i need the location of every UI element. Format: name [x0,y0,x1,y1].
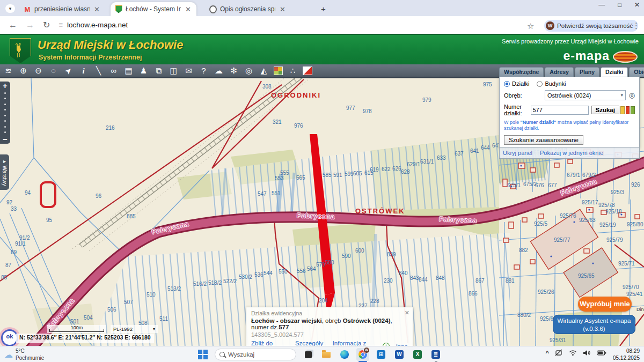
overlay-compare-icon[interactable] [303,67,312,75]
tab-close-icon[interactable]: ✕ [279,5,287,13]
zoom-in-button[interactable]: + [3,82,8,90]
radio-dzialki[interactable] [504,81,510,87]
mirror-icon[interactable]: ◭ [259,65,269,77]
muted-device-icon[interactable] [555,349,563,356]
panel-tab-1[interactable]: Współrzędne [499,67,544,77]
obreb-select[interactable]: Ostrówek (0024) ▾ [545,90,626,100]
layers-icon[interactable]: ≋ [3,65,13,77]
measure-icon[interactable]: ╲ [93,65,104,77]
site-title: Urząd Miejski w Łochowie [38,38,183,52]
url-text: lochow.e-mapa.net [67,21,128,29]
szukaj-button[interactable]: Szukaj [591,106,619,114]
search-icon[interactable]: ◎ [629,91,635,99]
tab-close-icon[interactable]: ✕ [184,5,192,13]
browser-tab-1[interactable]: M przeniesienie własności - walde ✕ [19,2,105,16]
search-panel: WspółrzędneAdresyPlanyDziałkiObiekty✕ Dz… [499,67,640,159]
window-close-button[interactable]: ✕ [634,1,640,9]
streetview-icon[interactable]: ♟ [138,65,149,77]
microsoft-store-icon[interactable]: ⊞ [375,348,387,361]
window-maximize-button[interactable]: □ [618,2,621,8]
identity-pill[interactable]: W Potwierdź swoją tożsamość [544,20,638,32]
wifi-icon[interactable] [569,350,577,356]
plan-info-link[interactable]: Informacja z planu [333,340,377,346]
popup-title: Działka ewidencyjna [251,310,408,316]
forward-icon[interactable]: → [26,20,34,30]
zoom-out-icon[interactable]: ⊖ [33,65,43,77]
message-icon[interactable]: ✉ [184,65,194,77]
link-icon[interactable]: ∞ [108,65,119,77]
parcel-number-input[interactable] [531,106,589,115]
word-icon[interactable]: W [393,348,406,361]
virtual-assistant-button[interactable]: Wirtualny Asystent e-mapa (v.0.3.6) [553,315,635,334]
weather-desc: Pochmurnie [16,355,44,361]
panel-tab-3[interactable]: Plany [575,67,599,77]
tab-search-icon[interactable]: ▾ [5,4,15,13]
url-bar[interactable]: ≡ lochow.e-mapa.net [58,19,423,32]
taskbar-search[interactable]: Wyszukaj [215,349,296,360]
excel-icon[interactable]: X [411,348,424,361]
help-icon[interactable]: ? [199,65,209,77]
volume-icon[interactable] [583,350,591,356]
radio-budynki[interactable] [537,81,543,87]
browser-menu-icon[interactable]: ⋮ [632,21,640,31]
zoom-to-object-link[interactable]: Zbliż do obiektu [251,340,289,346]
chrome-icon-active[interactable]: W [356,348,369,361]
select-area-icon[interactable]: ◌ [48,65,58,77]
share-icon[interactable]: ∴ [288,65,298,77]
zoom-out-button[interactable]: − [3,135,8,144]
color-chip-red[interactable] [626,106,630,114]
panel-tab-5[interactable]: Obiekty [629,67,644,77]
advanced-search-button[interactable]: Szukanie zaawansowane [504,135,583,145]
details-link[interactable]: Szczegóły (I) [295,340,326,346]
coordinates-readout: N: 52°33'38.6″ E: 21°44'51.2″ N: 525203 … [16,334,154,343]
edge-icon[interactable] [338,348,351,361]
copy-view-icon[interactable]: ⧉ [153,65,164,77]
settings-icon[interactable]: ✻ [229,65,239,77]
tray-date: 05.12.2025 [613,355,640,361]
file-explorer-icon[interactable] [320,348,333,361]
radio-dzialki-label: Działki [512,80,529,87]
clock[interactable]: 08:29 05.12.2025 [613,348,640,361]
obreb-label: Obręb: [504,92,543,99]
color-chip-green[interactable] [631,106,635,114]
weather-widget[interactable]: ☁ 5°C Pochmurnie [4,348,44,361]
start-button[interactable] [196,348,209,361]
tray-expand-icon[interactable]: ^ [546,350,549,356]
search-tool-icon[interactable]: ◎ [244,65,254,77]
hide-panel-link[interactable]: Ukryj panel [503,150,532,156]
parcel-info-popup: ✕ Działka ewidencyjna Łochów - obszar wi… [246,307,413,346]
new-tab-button[interactable]: + [321,4,326,13]
search-icon [219,352,225,357]
split-view-icon[interactable]: ◫ [169,65,179,77]
zoom-slider[interactable] [4,90,6,135]
info-icon[interactable]: i [78,65,89,77]
browser-tab-3[interactable]: Opis ogłoszenia sprzedaży ✕ [205,2,291,16]
pointer-icon[interactable]: ➤ [61,63,76,78]
cloud-icon[interactable]: ☁ [214,65,224,77]
popup-parcel-id: 143305_5.0024.577 [251,331,408,338]
emapa-logo[interactable]: e-mapa [563,49,610,63]
single-window-link[interactable]: Pokazuj w jednym oknie [540,150,603,156]
app-icon-blue[interactable]: ≣ [429,348,442,361]
popup-close-icon[interactable]: ✕ [405,309,409,316]
tab-close-icon[interactable]: ✕ [93,5,101,13]
zoom-control: + − [0,82,10,144]
bookmark-star-icon[interactable]: ☆ [527,21,534,31]
zoom-in-icon[interactable]: ⊕ [18,65,28,77]
battery-icon[interactable] [597,350,606,356]
crs-label: PL-1992 [113,326,133,332]
color-chip-yellow[interactable] [620,106,625,114]
task-view-button[interactable] [302,348,314,361]
window-minimize-button[interactable]: — [598,1,605,9]
panel-tab-4[interactable]: Działki [601,67,628,77]
try-me-bubble[interactable]: Wypróbuj mnie [578,297,632,312]
back-icon[interactable]: ← [9,20,17,30]
legend-icon[interactable]: ▦ [274,67,283,75]
reload-icon[interactable]: ↻ [43,20,50,30]
layers-panel-tab[interactable]: ▸ Warstwy [0,154,9,190]
crs-selector[interactable]: PL-1992 ▾ [111,325,158,333]
panel-tab-2[interactable]: Adresy [545,67,574,77]
browser-tab-2-active[interactable]: Łochów - System Informacji Prz ✕ [111,2,196,16]
print-icon[interactable]: ▤ [123,65,134,77]
site-settings-icon[interactable]: ≡ [58,21,63,29]
